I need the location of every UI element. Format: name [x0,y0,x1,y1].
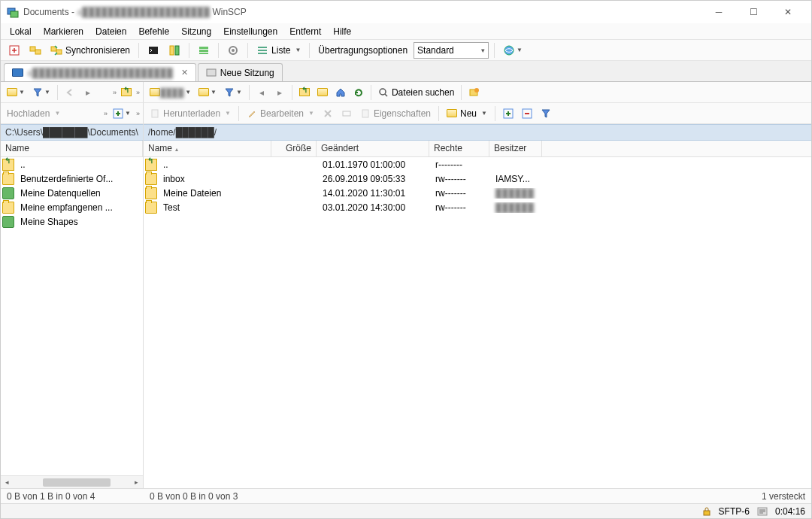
col-name[interactable]: Name [1,141,143,156]
remote-filter-button[interactable]: ▼ [221,84,245,101]
local-status: 0 B von 1 B in 0 von 4 [1,491,144,502]
col-rights[interactable]: Rechte [429,141,489,156]
remote-back-button[interactable]: ◂ [253,84,270,101]
main-toolbar: Synchronisieren Liste▼ Übertragungsoptio… [1,40,811,61]
bottom-bar: SFTP-6 0:04:16 [1,503,811,518]
svg-rect-4 [35,50,41,54]
remote-filter-toggle[interactable] [538,105,554,122]
remote-bookmark-button[interactable] [465,84,482,101]
sessions-dropdown-icon[interactable]: ▼ [500,42,526,59]
list-item[interactable]: Meine empfangenen ... [1,200,143,214]
synchronize-button[interactable]: Synchronisieren [47,42,133,59]
list-item[interactable]: Meine Dateien14.01.2020 11:30:01rw------… [144,186,811,200]
elapsed-time: 0:04:16 [775,506,805,517]
menu-sitzung[interactable]: Sitzung [177,25,216,38]
local-action-toolbar: Hochladen▼ » ▼ » [1,103,144,124]
menu-markieren[interactable]: Markieren [39,25,88,38]
col-date[interactable]: Geändert [317,141,429,156]
local-hscroll[interactable]: ◂▸ [1,475,143,488]
menu-dateien[interactable]: Dateien [91,25,131,38]
rename-button[interactable] [338,105,355,122]
maximize-button[interactable]: ☐ [736,1,771,23]
local-filter-button[interactable]: ▼ [29,84,53,101]
svg-rect-12 [199,53,208,54]
local-drive-button[interactable]: ▼ [4,84,28,101]
local-path-bar[interactable]: C:\Users\███████\Documents\ [1,124,143,141]
remote-action-toolbar: Herunterladen▼ Bearbeiten▼ Eigenschaften… [144,103,811,124]
menu-einstellungen[interactable]: Einstellungen [219,25,282,38]
list-item[interactable]: Meine Shapes [1,214,143,229]
hidden-count: 1 versteckt [756,491,811,502]
datasource-icon [2,187,14,199]
remote-home-button[interactable] [332,84,349,101]
local-forward-button[interactable]: ▸ [80,84,96,101]
remote-path-bar[interactable]: /home/██████/ [144,124,811,141]
compare-icon[interactable] [165,42,183,59]
new-session-tab[interactable]: Neue Sitzung [198,63,283,81]
remote-list-header: Name▴ Größe Geändert Rechte Besitzer [144,141,811,157]
folder-icon [145,173,157,185]
download-button[interactable]: Herunterladen▼ [147,105,234,122]
list-item[interactable]: Meine Datenquellen [1,186,143,200]
remote-file-list[interactable]: Name▴ Größe Geändert Rechte Besitzer ..0… [144,141,811,488]
remote-dir-button[interactable]: ████▼ [147,84,194,101]
col-name[interactable]: Name▴ [144,141,271,156]
local-up-button[interactable] [118,84,135,101]
log-icon[interactable] [757,507,768,516]
remote-open-button[interactable]: ▼ [195,84,220,101]
protocol-label: SFTP-6 [719,506,750,517]
folder-icon [145,187,157,199]
status-bar: 0 B von 1 B in 0 von 4 0 B von 0 B in 0 … [1,488,811,503]
transfer-options-label: Übertragungsoptionen [315,45,411,56]
remote-new-plus-button[interactable] [500,105,517,122]
svg-point-14 [232,49,235,52]
list-item[interactable]: inbox26.09.2019 09:05:33rw-------IAMSY..… [144,171,811,186]
session-tab-active[interactable]: a██████████████████████ ✕ [4,63,196,81]
local-new-plus-button[interactable]: ▼ [110,105,134,122]
remote-refresh-button[interactable] [350,84,367,101]
new-button[interactable]: Neu▼ [444,105,490,122]
queue-toggle-icon[interactable] [195,42,213,59]
find-files-button[interactable]: Dateien suchen [375,84,457,101]
folder-icon [145,202,157,214]
list-item[interactable]: .. [1,157,143,171]
menu-lokal[interactable]: Lokal [5,25,36,38]
sync-browse-icon[interactable] [26,42,44,59]
remote-forward-button[interactable]: ▸ [271,84,288,101]
list-item[interactable]: Benutzerdefinierte Of... [1,171,143,186]
list-item[interactable]: Test03.01.2020 14:30:00rw-------██████ [144,200,811,214]
close-tab-icon[interactable]: ✕ [181,68,188,77]
col-size[interactable]: Größe [271,141,317,156]
upload-button[interactable]: Hochladen▼ [4,105,63,122]
local-back-button[interactable] [62,84,78,101]
address-book-icon[interactable] [5,42,23,59]
menu-hilfe[interactable]: Hilfe [329,25,356,38]
col-owner[interactable]: Besitzer [489,141,542,156]
parent-folder-icon [145,159,157,171]
remote-status: 0 B von 0 B in 0 von 3 [144,491,244,502]
svg-rect-25 [343,111,350,116]
svg-rect-8 [170,46,174,55]
menu-entfernt[interactable]: Entfernt [285,25,326,38]
remote-nav-toolbar: ████▼ ▼ ▼ ◂ ▸ Dateien suchen [144,82,811,103]
local-panel: C:\Users\███████\Documents\ Name ..Benut… [1,124,144,488]
remote-new-minus-button[interactable] [519,105,535,122]
terminal-icon[interactable] [144,42,162,59]
svg-point-22 [474,88,479,93]
remote-parent-button[interactable] [296,84,313,101]
delete-button[interactable] [320,105,336,122]
local-file-list[interactable]: Name ..Benutzerdefinierte Of...Meine Dat… [1,141,143,475]
list-item[interactable]: ..01.01.1970 01:00:00r-------- [144,157,811,171]
preferences-icon[interactable] [224,42,242,59]
properties-button[interactable]: Eigenschaften [357,105,434,122]
transfer-preset-combo[interactable]: Standard [414,42,489,59]
close-button[interactable]: ✕ [771,1,805,23]
menu-befehle[interactable]: Befehle [134,25,174,38]
svg-rect-7 [149,47,158,54]
edit-button[interactable]: Bearbeiten▼ [244,105,317,122]
queue-list-button[interactable]: Liste▼ [253,42,304,59]
folder-icon [2,202,14,214]
minimize-button[interactable]: ─ [701,1,736,23]
remote-root-button[interactable] [314,84,331,101]
lock-icon [702,507,711,516]
